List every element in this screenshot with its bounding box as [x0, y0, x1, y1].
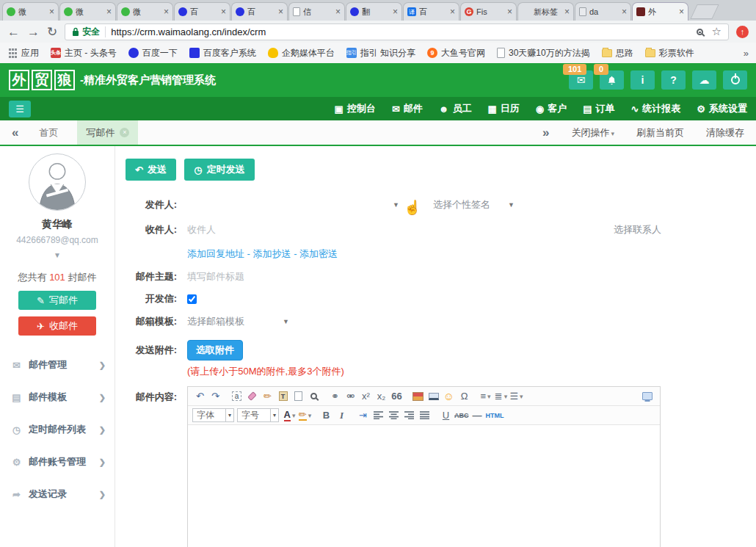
tab-close-icon[interactable]: × — [335, 7, 341, 16]
refresh-page-button[interactable]: 刷新当前页 — [636, 126, 684, 140]
bookmark-item[interactable]: 彩票软件 — [645, 47, 694, 59]
sidebar-item-scheduled-mail[interactable]: ◷定时邮件列表❯ — [0, 413, 115, 446]
logout-button[interactable] — [723, 70, 747, 90]
sidebar-item-mail-manage[interactable]: ✉邮件管理❯ — [0, 349, 115, 381]
new-document-icon[interactable] — [291, 389, 305, 403]
tab-close-icon[interactable]: × — [679, 7, 684, 16]
url-text[interactable]: https://crm.waimaolang.cn/index/crm — [111, 26, 266, 37]
nav-item-customer[interactable]: ◉客户 — [536, 102, 567, 115]
undo-icon[interactable]: ↶ — [193, 389, 207, 403]
editor-body[interactable] — [188, 425, 660, 547]
compose-mail-button[interactable]: ✎写邮件 — [18, 291, 96, 310]
scroll-tabs-left-icon[interactable]: « — [12, 126, 18, 140]
bold-icon[interactable]: B — [319, 408, 333, 422]
chrome-update-icon[interactable]: ↑ — [736, 26, 749, 38]
bookmark-star-icon[interactable]: ☆ — [712, 25, 722, 38]
browser-tab-active[interactable]: 外× — [632, 2, 688, 21]
nav-item-console[interactable]: ▣控制台 — [335, 102, 376, 115]
bookmark-item[interactable]: 百度一下 — [128, 47, 178, 59]
tab-close-icon[interactable]: × — [49, 7, 54, 16]
font-size-select[interactable]: 字号▾ — [237, 408, 279, 422]
avatar[interactable] — [29, 153, 86, 211]
italic-icon[interactable]: I — [335, 408, 349, 422]
notifications-button[interactable]: 0 — [600, 70, 624, 90]
paste-icon[interactable]: T — [276, 389, 290, 403]
chevron-down-icon[interactable]: ▼ — [508, 201, 515, 209]
underline-icon[interactable]: U — [439, 408, 453, 422]
nav-item-staff[interactable]: ☻员工 — [439, 102, 472, 115]
template-select[interactable]: 选择邮箱模板 — [187, 315, 244, 328]
dev-letter-checkbox[interactable] — [187, 294, 197, 304]
close-actions-dropdown[interactable]: 关闭操作▾ — [571, 126, 614, 140]
help-button[interactable]: ? — [661, 70, 686, 90]
signature-select[interactable]: 选择个性签名 — [433, 198, 490, 211]
superscript-icon[interactable]: x² — [359, 389, 373, 403]
bookmark-apps[interactable]: 应用 — [7, 47, 39, 59]
subject-input[interactable]: 填写邮件标题 — [187, 270, 244, 283]
bookmark-item[interactable]: 企鹅媒体平台 — [268, 47, 335, 59]
align-left-icon[interactable] — [371, 408, 385, 422]
account-dropdown-icon[interactable]: ▼ — [0, 251, 115, 259]
tab-close-icon[interactable]: × — [106, 7, 112, 16]
browser-tab[interactable]: GFis× — [460, 2, 517, 21]
forward-icon[interactable]: → — [27, 26, 40, 38]
eraser-icon[interactable] — [245, 389, 259, 403]
back-icon[interactable]: ← — [7, 26, 20, 38]
nav-item-calendar[interactable]: ▦日历 — [488, 102, 520, 115]
format-painter-icon[interactable]: ✏ — [261, 389, 275, 403]
browser-tab[interactable]: 信× — [288, 2, 345, 21]
line-height-dropdown[interactable]: ≣▾ — [494, 389, 508, 403]
html-source-icon[interactable]: HTML — [486, 408, 504, 422]
alignment-dropdown[interactable]: ≡▾ — [479, 389, 493, 403]
font-family-select[interactable]: 字体▾ — [192, 408, 234, 422]
redo-icon[interactable]: ↷ — [208, 389, 222, 403]
browser-tab[interactable]: 微× — [117, 2, 173, 21]
link-icon[interactable]: ⚭ — [328, 389, 342, 403]
font-color-icon[interactable]: A▾ — [283, 408, 297, 422]
zoom-out-icon[interactable] — [697, 29, 703, 35]
bookmark-item[interactable]: 30天赚10万的方法揭 — [497, 47, 590, 59]
clear-cache-button[interactable]: 清除缓存 — [706, 126, 744, 140]
indent-icon[interactable]: ⇥ — [356, 408, 370, 422]
sidebar-item-mail-account[interactable]: ⚙邮件账号管理❯ — [0, 446, 115, 478]
nav-item-mail[interactable]: ✉邮件 — [392, 102, 423, 115]
sidebar-item-mail-template[interactable]: ▤邮件模板❯ — [0, 381, 115, 413]
screen-icon[interactable] — [426, 389, 440, 403]
tab-close-icon[interactable]: × — [450, 7, 455, 16]
browser-tab[interactable]: 新标签× — [517, 2, 574, 21]
select-attachment-button[interactable]: 选取附件 — [187, 340, 243, 361]
subscript-icon[interactable]: x₂ — [374, 389, 388, 403]
preview-icon[interactable] — [307, 389, 321, 403]
omnibox[interactable]: 安全 https://crm.waimaolang.cn/index/crm ☆ — [65, 23, 729, 40]
auto-typeset-icon[interactable]: a — [230, 389, 244, 403]
reload-icon[interactable]: ↻ — [47, 26, 57, 38]
download-button[interactable]: ☁ — [692, 70, 716, 90]
tab-close-icon[interactable]: × — [507, 7, 512, 16]
recipient-input[interactable]: 收件人 — [187, 223, 216, 236]
info-button[interactable]: i — [630, 70, 655, 90]
browser-tab[interactable]: 译百× — [403, 2, 459, 21]
add-reply-cc-bcc-links[interactable]: 添加回复地址 - 添加抄送 - 添加密送 — [187, 247, 338, 261]
tab-compose-active[interactable]: 写邮件× — [77, 120, 138, 145]
new-tab-button[interactable] — [690, 4, 719, 19]
bookmark-item[interactable]: 9大鱼号官网 — [427, 47, 485, 59]
bookmark-item[interactable]: 头条主页 - 头条号 — [51, 47, 117, 59]
send-button[interactable]: ↶发送 — [126, 159, 176, 181]
strikethrough-icon[interactable]: ABC — [454, 408, 469, 422]
bookmarks-overflow-icon[interactable]: » — [744, 48, 749, 59]
tab-close-icon[interactable]: × — [120, 128, 129, 137]
tab-close-icon[interactable]: × — [564, 7, 570, 16]
scheduled-send-button[interactable]: ◷定时发送 — [184, 159, 254, 181]
align-center-icon[interactable] — [387, 408, 401, 422]
horizontal-rule-icon[interactable]: — — [470, 408, 484, 422]
emoji-icon[interactable]: ☺ — [442, 389, 456, 403]
tab-close-icon[interactable]: × — [221, 7, 226, 16]
tab-close-icon[interactable]: × — [278, 7, 283, 16]
tab-close-icon[interactable]: × — [622, 7, 627, 16]
paragraph-spacing-dropdown[interactable]: ☰▾ — [509, 389, 523, 403]
select-contact-link[interactable]: 选择联系人 — [614, 223, 661, 236]
hamburger-button[interactable]: ☰ — [9, 101, 31, 117]
align-right-icon[interactable] — [402, 408, 416, 422]
insert-image-icon[interactable] — [411, 389, 425, 403]
chevron-down-icon[interactable]: ▼ — [393, 201, 399, 209]
